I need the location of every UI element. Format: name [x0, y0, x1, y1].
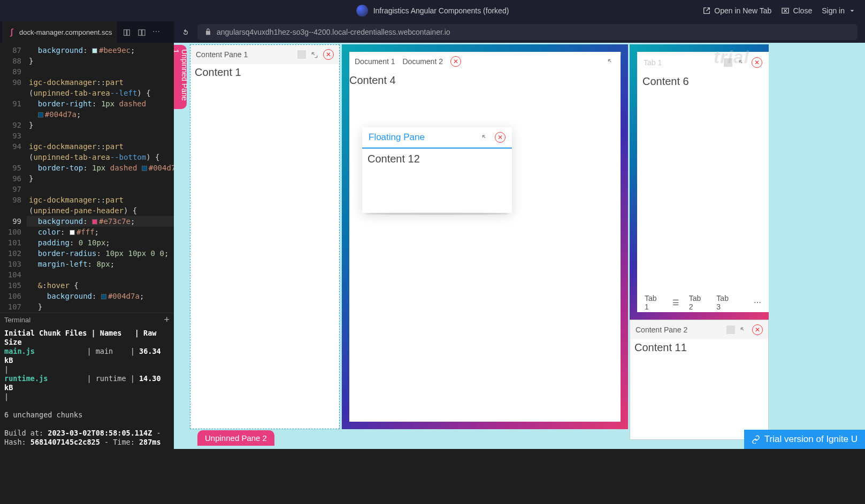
url-text: angularsq4vuxdh1hez-so3g--4200.local-cre…	[217, 28, 450, 36]
sign-in-button[interactable]: Sign in	[822, 6, 856, 15]
reload-button[interactable]	[181, 27, 190, 36]
lock-icon	[204, 28, 212, 36]
editor-tab-label: dock-manager.component.scs	[19, 28, 112, 36]
pane-title: Content Pane 2	[636, 325, 687, 334]
tab-1[interactable]: Tab 1	[645, 294, 663, 311]
tab-document-2[interactable]: Document 2	[402, 57, 442, 66]
right-pane-header[interactable]: Tab 1 ✕	[637, 52, 769, 73]
popout-icon[interactable]	[607, 57, 615, 66]
tab-document-1[interactable]: Document 1	[355, 57, 395, 66]
tab-3[interactable]: Tab 3	[716, 294, 734, 311]
close-document-button[interactable]: ✕	[450, 56, 461, 67]
tab-menu-icon[interactable]: ☰	[672, 298, 679, 307]
close-floating-button[interactable]: ✕	[495, 132, 506, 143]
close-rect-icon	[781, 6, 790, 15]
url-field[interactable]: angularsq4vuxdh1hez-so3g--4200.local-cre…	[197, 24, 858, 40]
project-title: Infragistics Angular Components (forked)	[373, 6, 509, 15]
document-tabs: Document 1 Document 2 ✕	[349, 52, 621, 71]
document-host: trial Document 1 Document 2 ✕ Content 4	[342, 44, 628, 429]
pane-header[interactable]: Content Pane 1 ✕	[190, 45, 339, 64]
diff-icon[interactable]	[123, 27, 131, 36]
popout-icon[interactable]	[481, 133, 489, 142]
link-icon	[752, 435, 760, 444]
ide-logo-icon	[356, 5, 368, 17]
chevron-down-icon	[848, 6, 856, 15]
editor-tab-active[interactable]: ∫ dock-manager.component.scs	[2, 21, 117, 43]
pane-header[interactable]: Content Pane 2 ✕	[630, 320, 768, 339]
document-content: Content 4	[349, 71, 621, 87]
preview-frame[interactable]: Unpinned Pane 1 Content Pane 1 ✕ Content…	[174, 43, 865, 449]
floating-content: Content 12	[362, 149, 512, 169]
editor-tab-strip: ∫ dock-manager.component.scs ⋯	[0, 21, 174, 43]
unpinned-tab-left[interactable]: Unpinned Pane 1	[174, 45, 187, 109]
unpinned-tab-bottom[interactable]: Unpinned Pane 2	[197, 430, 274, 446]
add-terminal-button[interactable]: +	[164, 314, 170, 325]
external-window-icon	[702, 6, 711, 15]
content-pane-1: Content Pane 1 ✕ Content 1	[190, 44, 340, 429]
scss-file-icon: ∫	[7, 28, 16, 36]
terminal-panel: Terminal + Initial Chunk Files | Names |…	[0, 313, 174, 449]
tab-2[interactable]: Tab 2	[689, 294, 707, 311]
pane-title: Content Pane 1	[196, 50, 248, 59]
close-button[interactable]: Close	[781, 6, 812, 15]
line-number-gutter: 8788899091929394959697989910010110210310…	[0, 43, 26, 313]
close-pane-button[interactable]: ✕	[752, 57, 762, 68]
maximize-icon[interactable]	[297, 50, 306, 59]
more-icon[interactable]: ⋯	[152, 27, 160, 36]
open-new-tab-button[interactable]: Open in New Tab	[702, 6, 771, 15]
close-pane-button[interactable]: ✕	[323, 49, 334, 60]
floating-header[interactable]: Floating Pane ✕	[362, 127, 512, 149]
maximize-icon[interactable]	[724, 58, 732, 67]
split-editor-icon[interactable]	[137, 27, 146, 36]
popout-icon[interactable]	[310, 50, 319, 59]
project-title-wrap: Infragistics Angular Components (forked)	[356, 5, 509, 17]
pane-title: Tab 1	[644, 58, 662, 67]
floating-pane[interactable]: Floating Pane ✕ Content 12	[362, 127, 512, 213]
reload-icon	[181, 28, 190, 37]
popout-icon[interactable]	[738, 58, 746, 67]
pane-content: Content 1	[190, 64, 339, 81]
terminal-output[interactable]: Initial Chunk Files | Names | Raw Size m…	[0, 327, 174, 449]
code-content[interactable]: background: #bee9ec;} igc-dockmanager::p…	[26, 43, 174, 313]
editor-panel: ∫ dock-manager.component.scs ⋯ 878889909…	[0, 21, 174, 449]
floating-shadow	[365, 213, 509, 215]
more-tabs-icon[interactable]: ⋯	[754, 298, 761, 307]
bottom-tabs: Tab 1 ☰ Tab 2 Tab 3 ⋯	[637, 293, 769, 312]
close-pane-button[interactable]: ✕	[752, 324, 763, 335]
top-bar: Infragistics Angular Components (forked)…	[0, 0, 865, 21]
code-editor[interactable]: 8788899091929394959697989910010110210310…	[0, 43, 174, 313]
right-top-pane: trial Tab 1 ✕ Content 6 Tab 1 ☰	[630, 44, 769, 320]
floating-title: Floating Pane	[369, 132, 425, 143]
popout-icon[interactable]	[739, 325, 748, 334]
right-column: trial Tab 1 ✕ Content 6 Tab 1 ☰	[630, 44, 769, 440]
pane-content: Content 6	[637, 73, 769, 293]
trial-banner[interactable]: Trial version of Ignite U	[744, 430, 865, 449]
maximize-icon[interactable]	[726, 325, 735, 334]
preview-panel: angularsq4vuxdh1hez-so3g--4200.local-cre…	[174, 21, 865, 449]
preview-toolbar: angularsq4vuxdh1hez-so3g--4200.local-cre…	[174, 21, 865, 43]
pane-content: Content 11	[630, 339, 768, 356]
terminal-title: Terminal	[4, 316, 30, 324]
document-pane: Document 1 Document 2 ✕ Content 4	[349, 52, 621, 422]
content-pane-2: Content Pane 2 ✕ Content 11	[630, 320, 769, 440]
